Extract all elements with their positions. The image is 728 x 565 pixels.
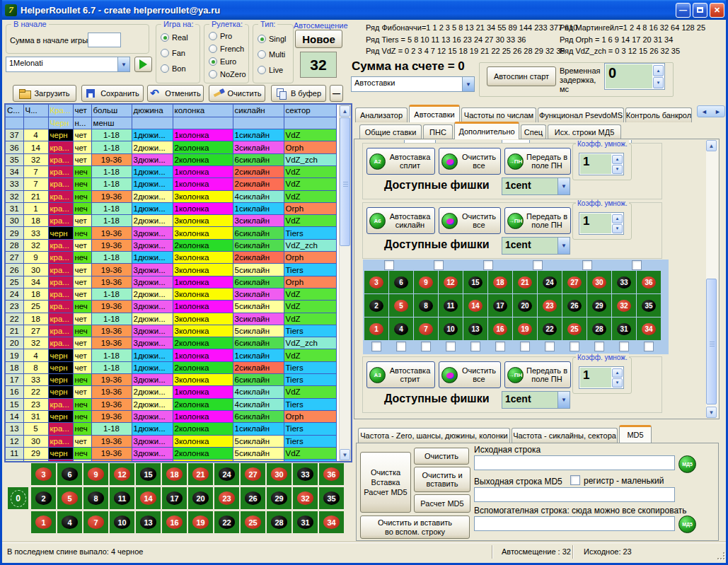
tab-scroll-buttons[interactable]: ◄ ► (697, 105, 725, 117)
mini-board-cell-6[interactable]: 6 (389, 271, 413, 293)
table-row[interactable]: 1733черннеч19-363дюжи...3колонка6сиклайн… (6, 374, 336, 386)
tab-sub-1[interactable]: ПНС (423, 124, 453, 139)
board-cell-16[interactable]: 16 (162, 511, 187, 533)
mini-board-cell-35[interactable]: 35 (637, 294, 661, 317)
board-cell-25[interactable]: 25 (241, 511, 265, 533)
spinner-down-icon[interactable]: ▼ (653, 77, 664, 88)
street-checkbox[interactable] (570, 342, 579, 351)
radio-option-french[interactable]: French (209, 45, 244, 53)
column-header[interactable]: С... (6, 105, 23, 117)
table-row[interactable]: 2832кра...чет19-363дюжи...2колонка6сикла… (6, 239, 336, 251)
table-row[interactable]: 2534кра...чет19-363дюжи...1колонка6сикла… (6, 276, 336, 288)
scrollbar-thumb[interactable] (706, 279, 717, 404)
radio-option-live[interactable]: Live (258, 66, 283, 74)
table-row[interactable]: 374чернчет1-181дюжи...1колонка1сиклайнVd… (6, 129, 336, 141)
board-cell-20[interactable]: 20 (188, 487, 213, 509)
street-checkbox[interactable] (545, 342, 555, 351)
mini-board-cell-9[interactable]: 9 (414, 271, 438, 293)
column-header[interactable]: колонка (173, 105, 233, 117)
save-button[interactable]: Сохранить (81, 85, 144, 102)
mini-board-cell-36[interactable]: 36 (637, 271, 661, 293)
radio-option-multi[interactable]: Multi (258, 50, 285, 59)
board-cell-32[interactable]: 32 (293, 487, 318, 509)
transfer-button[interactable]: →ПНПередать в поле ПН (504, 148, 571, 175)
md5-out-input[interactable] (474, 487, 675, 502)
panel-scrollbar[interactable]: ▲ ▼ (706, 140, 718, 418)
radio-icon[interactable] (161, 33, 169, 42)
to-buffer-button[interactable]: В буфер (271, 85, 326, 102)
mini-board-cell-16[interactable]: 16 (488, 318, 512, 340)
title-bar[interactable]: 7 HelperRoullet 6.7 - create helperroull… (0, 0, 728, 20)
radio-option-real[interactable]: Real (161, 33, 188, 42)
register-checkbox[interactable] (570, 475, 580, 485)
mini-board-cell-21[interactable]: 21 (513, 271, 537, 293)
sixline-checkbox[interactable] (632, 260, 642, 270)
tab-sub-3[interactable]: Спец (521, 124, 546, 139)
table-row[interactable]: 3614кра...чет1-182дюжи...2колонка3сиклай… (6, 141, 336, 153)
board-cell-19[interactable]: 19 (188, 511, 213, 533)
table-row[interactable]: 2418кра...чет1-182дюжи...3колонка3сиклай… (6, 288, 336, 300)
board-cell-13[interactable]: 13 (136, 511, 161, 533)
chevron-down-icon[interactable]: ▼ (557, 392, 570, 408)
column-header[interactable] (6, 117, 23, 129)
tab-scroll-right-icon[interactable]: ► (715, 108, 721, 115)
table-row[interactable]: 1030кра...чет19-363дюжи...3колонка5сикла… (6, 460, 336, 462)
board-cell-zero[interactable]: 0 (8, 487, 28, 509)
md5-clear-paste-button[interactable]: Очистить и вставить (414, 467, 470, 492)
street-checkbox[interactable] (520, 342, 530, 351)
board-cell-27[interactable]: 27 (241, 463, 265, 485)
tab-sub-4[interactable]: Исх. строки МД5 (548, 124, 621, 139)
mini-board-cell-1[interactable]: 1 (364, 318, 388, 340)
column-header[interactable]: менш (91, 117, 132, 129)
board-cell-21[interactable]: 21 (188, 463, 213, 485)
tab-bottom-0[interactable]: Частота - Zero, шансы, дюжины, колонки (358, 428, 510, 443)
tab-scroll-left-icon[interactable]: ◄ (701, 108, 707, 115)
street-checkbox[interactable] (644, 342, 654, 351)
radio-icon[interactable] (209, 45, 217, 53)
column-header[interactable]: Кра... (48, 105, 73, 117)
street-checkbox[interactable] (421, 342, 431, 351)
tab-bottom-1[interactable]: Частота - сиклайны, сектора (512, 428, 618, 443)
autobet-button[interactable]: A3Автоставка стрит (366, 361, 435, 388)
scroll-down-icon[interactable]: ▼ (340, 449, 350, 460)
column-header[interactable]: чет (73, 105, 91, 117)
column-header[interactable]: Черн (48, 117, 73, 129)
mode-combobox[interactable]: Автоставки ▼ (351, 76, 475, 92)
mini-board-cell-31[interactable]: 31 (612, 318, 636, 340)
board-cell-18[interactable]: 18 (162, 463, 187, 485)
spinner-up-icon[interactable]: ▲ (612, 368, 623, 378)
scrollbar-thumb[interactable] (340, 117, 350, 246)
mini-board-cell-30[interactable]: 30 (587, 271, 611, 293)
clear-all-button[interactable]: Очистить все (439, 361, 501, 388)
mini-board-cell-25[interactable]: 25 (562, 318, 587, 340)
radio-icon[interactable] (258, 35, 266, 43)
radio-option-singl[interactable]: Singl (258, 35, 286, 43)
md5-aux-icon[interactable]: МД5 (678, 516, 696, 533)
column-header[interactable] (173, 117, 233, 129)
board-cell-26[interactable]: 26 (241, 487, 265, 509)
table-row[interactable]: 1523кра...неч19-362дюжи...2колонка4сикла… (6, 398, 336, 410)
street-checkbox[interactable] (446, 342, 456, 351)
table-row[interactable]: 2325кра...неч19-363дюжи...1колонка5сикла… (6, 301, 336, 313)
mini-board-cell-26[interactable]: 26 (562, 294, 587, 317)
mini-board-cell-29[interactable]: 29 (587, 294, 611, 317)
board-cell-1[interactable]: 1 (31, 511, 56, 533)
table-row[interactable]: 337кра...неч1-181дюжи...1колонка2сиклайн… (6, 178, 336, 190)
mini-board-cell-5[interactable]: 5 (389, 294, 413, 317)
radio-icon[interactable] (209, 57, 217, 66)
spinner-down-icon[interactable]: ▼ (612, 165, 623, 174)
sixline-checkbox[interactable] (384, 260, 394, 270)
street-checkbox[interactable] (495, 342, 505, 351)
mini-board-cell-12[interactable]: 12 (439, 271, 463, 293)
board-cell-12[interactable]: 12 (110, 463, 134, 485)
coeff-spinner[interactable]: 1▲▼ (579, 366, 624, 389)
mini-board-cell-17[interactable]: 17 (488, 294, 512, 317)
autobet-button[interactable]: A2Автоставка сплит (366, 148, 435, 175)
column-header[interactable]: н... (73, 117, 91, 129)
chevron-down-icon[interactable]: ▼ (557, 178, 570, 194)
preset-combobox[interactable]: 1Melonati ▼ (6, 57, 130, 72)
board-cell-3[interactable]: 3 (31, 463, 56, 485)
collapse-button[interactable]: — (330, 85, 343, 102)
tab-main-2[interactable]: Частоты по числам (461, 107, 536, 122)
mini-board-cell-20[interactable]: 20 (513, 294, 537, 317)
